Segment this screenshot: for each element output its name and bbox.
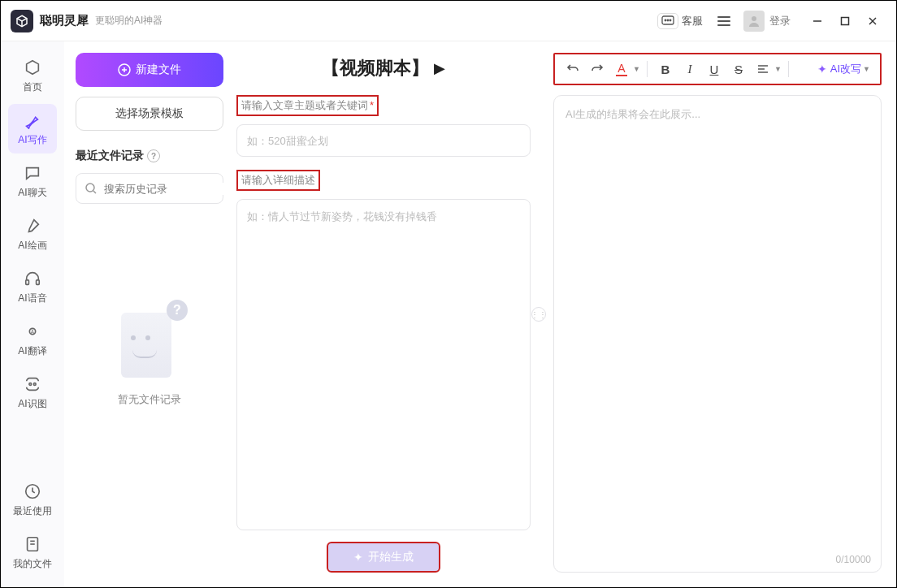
pen-icon [23,110,42,130]
desc-input[interactable] [236,199,531,530]
page-heading: 【视频脚本】 [322,56,429,80]
font-color-button[interactable]: A [610,58,633,80]
topic-input[interactable] [236,124,531,157]
italic-button[interactable]: I [678,58,701,80]
sidebar-item-voice[interactable]: AI语音 [8,262,57,312]
svg-rect-13 [37,280,40,285]
output-area[interactable]: AI生成的结果将会在此展示... 0/10000 [553,95,882,573]
app-tagline: 更聪明的AI神器 [95,14,162,28]
help-icon[interactable]: ? [147,149,160,162]
svg-point-5 [670,19,671,21]
sidebar-item-label: 首页 [23,80,42,94]
play-icon[interactable]: ▶ [434,59,445,77]
svg-point-4 [667,19,669,21]
sidebar-item-home[interactable]: 首页 [8,51,57,101]
left-panel: 新建文件 选择场景模板 最近文件记录 ? ? 暂无文件记录 [64,41,235,587]
output-placeholder: AI生成的结果将会在此展示... [566,108,700,120]
svg-rect-12 [26,280,29,285]
chat-icon [657,13,678,29]
minimize-button[interactable] [804,9,831,33]
sidebar-item-label: AI写作 [18,133,46,147]
svg-point-17 [33,383,36,386]
sidebar-item-write[interactable]: AI写作 [8,104,57,153]
sidebar-item-vision[interactable]: AI识图 [8,368,57,417]
svg-point-25 [86,184,94,192]
chevron-down-icon: ▼ [863,65,870,73]
ai-rewrite-button[interactable]: ✦ AI改写 ▼ [814,62,873,76]
sidebar-item-translate[interactable]: A AI翻译 [8,315,57,365]
empty-state: ? 暂无文件记录 [76,301,223,407]
underline-button[interactable]: U [703,58,726,80]
undo-button[interactable] [561,58,584,80]
image-icon [23,374,42,394]
drag-handle[interactable]: ⋮⋮ [531,307,546,322]
svg-marker-11 [27,61,39,75]
svg-point-16 [29,383,32,386]
sidebar-item-label: AI翻译 [18,344,46,358]
headphones-icon [23,269,42,288]
translate-icon: A [23,322,42,341]
sidebar-item-label: 我的文件 [13,557,52,571]
strike-button[interactable]: S [727,58,750,80]
generate-label: 开始生成 [368,550,414,564]
close-button[interactable] [859,9,886,33]
chevron-down-icon[interactable]: ▼ [633,65,640,73]
topic-label: 请输入文章主题或者关键词* [236,95,379,116]
char-counter: 0/10000 [836,554,871,565]
new-file-label: 新建文件 [136,63,181,77]
home-icon [23,58,42,77]
support-label: 客服 [682,14,703,28]
sidebar-item-label: AI聊天 [18,186,46,200]
titlebar: 聪明灵犀 更聪明的AI神器 客服 登录 [1,1,896,41]
bold-button[interactable]: B [654,58,677,80]
support-button[interactable]: 客服 [651,10,709,32]
sidebar-item-chat[interactable]: AI聊天 [8,157,57,206]
mid-panel: 【视频脚本】 ▶ 请输入文章主题或者关键词* 请输入详细描述 ✦ 开始生成 [235,41,539,587]
leaf-icon: ✦ [817,63,827,76]
empty-illustration: ? [113,301,186,383]
desc-label: 请输入详细描述 [236,170,320,191]
sidebar-item-recent[interactable]: 最近使用 [8,475,57,525]
sidebar-item-label: AI绘画 [18,239,46,253]
chat-bubble-icon [23,163,42,183]
sidebar-item-label: 最近使用 [13,504,52,518]
login-button[interactable]: 登录 [769,14,791,28]
app-logo [11,10,33,32]
ai-rewrite-label: AI改写 [830,62,861,76]
redo-button[interactable] [586,58,609,80]
svg-point-6 [752,16,756,21]
avatar-icon[interactable] [743,11,765,32]
sidebar-item-label: AI语音 [18,292,46,305]
right-panel: A ▼ B I U S ▼ ✦ AI改写 ▼ AI生成的结果将会在此展示... … [539,41,896,587]
file-icon [23,534,42,554]
svg-rect-8 [842,17,849,24]
plus-icon [118,63,131,76]
sparkle-icon: ✦ [353,551,363,564]
generate-button[interactable]: ✦ 开始生成 [327,542,440,573]
search-icon [84,182,98,195]
search-box[interactable] [76,173,223,204]
sidebar-item-paint[interactable]: AI绘画 [8,210,57,259]
svg-text:A: A [31,329,35,335]
template-button[interactable]: 选择场景模板 [76,97,223,131]
sidebar: 首页 AI写作 AI聊天 AI绘画 AI语音 A AI翻译 AI识图 [1,41,64,587]
maximize-button[interactable] [831,9,859,33]
brush-icon [23,216,42,236]
app-name: 聪明灵犀 [40,13,89,28]
menu-button[interactable] [709,11,739,31]
recent-files-label: 最近文件记录 ? [76,149,223,163]
svg-line-26 [93,191,96,193]
sidebar-item-label: AI识图 [18,397,46,411]
new-file-button[interactable]: 新建文件 [76,53,223,87]
svg-point-3 [665,19,666,21]
clock-icon [23,482,42,501]
chevron-down-icon[interactable]: ▼ [774,65,782,73]
editor-toolbar: A ▼ B I U S ▼ ✦ AI改写 ▼ [553,53,882,85]
heading-row: 【视频脚本】 ▶ [236,56,531,80]
align-button[interactable] [752,58,774,80]
empty-text: 暂无文件记录 [118,392,181,407]
search-input[interactable] [104,183,240,195]
sidebar-item-myfiles[interactable]: 我的文件 [8,528,57,577]
